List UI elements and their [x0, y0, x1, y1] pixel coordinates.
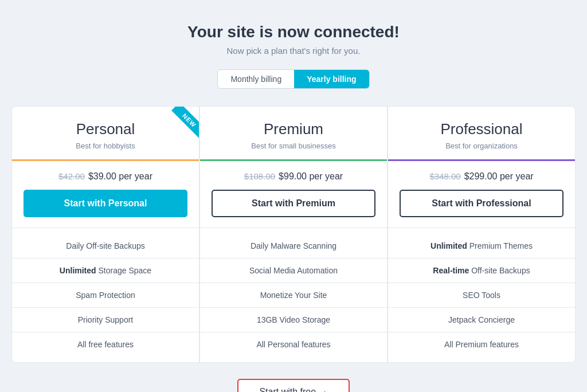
feature-item: All Premium features — [388, 332, 575, 356]
feature-item: All free features — [12, 332, 199, 356]
new-ribbon: NEW — [159, 107, 199, 147]
plan-card-professional: ProfessionalBest for organizations$348.0… — [388, 106, 576, 363]
monthly-billing-button[interactable]: Monthly billing — [218, 70, 294, 88]
plan-tagline-2: Best for organizations — [400, 142, 563, 150]
current-price-1: $99.00 per year — [279, 171, 343, 181]
bottom-actions: Start with free → 💬 Need help? — [237, 379, 349, 392]
feature-item: Priority Support — [12, 308, 199, 332]
original-price-2: $348.00 — [429, 171, 460, 181]
feature-item: Unlimited Premium Themes — [388, 234, 575, 258]
plan-pricing-2: $348.00$299.00 per year — [388, 161, 575, 190]
billing-toggle: Monthly billing Yearly billing — [217, 69, 369, 89]
plan-card-premium: PremiumBest for small businesses$108.00$… — [199, 106, 388, 363]
plan-tagline-1: Best for small businesses — [212, 142, 375, 150]
plan-card-personal: PersonalBest for hobbyistsNEW$42.00$39.0… — [11, 106, 199, 363]
feature-item: Jetpack Concierge — [388, 308, 575, 332]
current-price-0: $39.00 per year — [88, 171, 152, 181]
plan-pricing-0: $42.00$39.00 per year — [12, 161, 199, 190]
feature-item: Monetize Your Site — [200, 283, 387, 308]
feature-item: 13GB Video Storage — [200, 308, 387, 332]
plan-features-2: Unlimited Premium ThemesReal-time Off-si… — [388, 228, 575, 362]
original-price-0: $42.00 — [58, 171, 85, 181]
current-price-2: $299.00 per year — [464, 171, 534, 181]
cta-button-premium[interactable]: Start with Premium — [212, 190, 375, 217]
plan-name-2: Professional — [400, 120, 563, 138]
plans-container: PersonalBest for hobbyistsNEW$42.00$39.0… — [11, 106, 576, 363]
original-price-1: $108.00 — [244, 171, 275, 181]
plan-pricing-1: $108.00$99.00 per year — [200, 161, 387, 190]
feature-item: Daily Malware Scanning — [200, 234, 387, 258]
page-title: Your site is now connected! — [187, 23, 400, 41]
plan-features-1: Daily Malware ScanningSocial Media Autom… — [200, 228, 387, 362]
plan-header-0: PersonalBest for hobbyistsNEW — [12, 107, 199, 161]
page-subtitle: Now pick a plan that's right for you. — [227, 46, 361, 56]
new-ribbon-label: NEW — [171, 107, 199, 138]
feature-item: Daily Off-site Backups — [12, 234, 199, 258]
start-free-button[interactable]: Start with free → — [237, 379, 349, 392]
feature-item: SEO Tools — [388, 283, 575, 308]
feature-item: Real-time Off-site Backups — [388, 258, 575, 283]
plan-features-0: Daily Off-site BackupsUnlimited Storage … — [12, 228, 199, 362]
feature-item: Unlimited Storage Space — [12, 258, 199, 283]
cta-button-professional[interactable]: Start with Professional — [400, 190, 563, 217]
yearly-billing-button[interactable]: Yearly billing — [294, 70, 369, 88]
feature-item: All Personal features — [200, 332, 387, 356]
plan-name-1: Premium — [212, 120, 375, 138]
feature-item: Spam Protection — [12, 283, 199, 308]
feature-item: Social Media Automation — [200, 258, 387, 283]
plan-header-1: PremiumBest for small businesses — [200, 107, 387, 161]
cta-button-personal[interactable]: Start with Personal — [24, 190, 187, 217]
plan-header-2: ProfessionalBest for organizations — [388, 107, 575, 161]
